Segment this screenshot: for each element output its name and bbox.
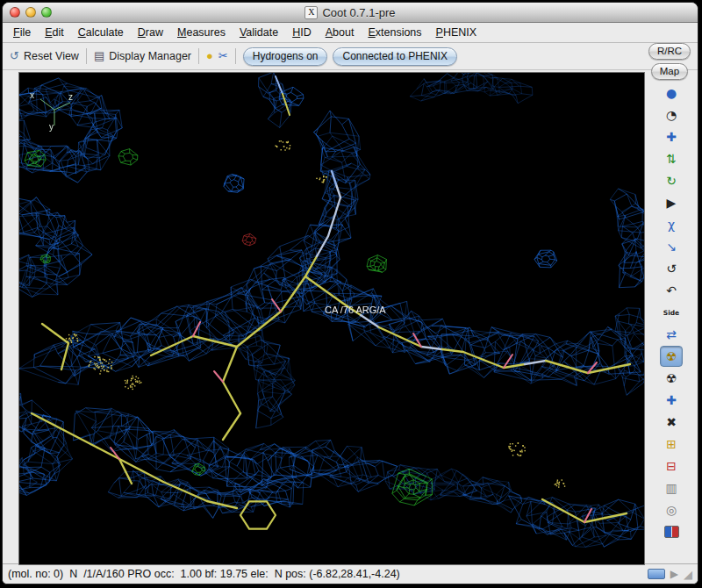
menu-bar: File Edit Calculate Draw Measures Valida… <box>3 23 698 43</box>
scroll-thumb[interactable] <box>648 569 665 579</box>
menu-validate[interactable]: Validate <box>233 25 285 40</box>
circle-icon-button[interactable]: ◎ <box>660 499 683 520</box>
torsion-icon-button[interactable]: χ <box>660 214 683 235</box>
window-title: Coot 0.7.1-pre <box>322 6 395 19</box>
toolbar-separator <box>198 48 199 64</box>
hydrogens-toggle-button[interactable]: Hydrogens on <box>243 47 328 66</box>
sphere-icon: ● <box>666 86 677 100</box>
radiation-dark-icon-button[interactable]: ☢ <box>660 368 683 389</box>
display-manager-icon: ▤ <box>94 49 104 63</box>
reset-view-button[interactable]: ↺ Reset View <box>10 49 79 63</box>
refresh-icon-button[interactable]: ↺ <box>660 258 683 279</box>
rotate-icon-button[interactable]: ↻ <box>660 170 683 191</box>
remove-box-icon-button[interactable]: ⊟ <box>660 455 683 477</box>
remove-box-icon: ⊟ <box>666 459 677 473</box>
status-bar: (mol. no: 0) N /1/A/160 PRO occ: 1.00 bf… <box>3 563 698 584</box>
menu-measures[interactable]: Measures <box>170 25 233 40</box>
menu-draw[interactable]: Draw <box>131 25 170 40</box>
flip-icon-button[interactable]: ⇄ <box>660 324 683 345</box>
rotate-icon: ↻ <box>666 174 677 188</box>
rrc-button[interactable]: R/RC <box>648 43 691 60</box>
display-manager-button[interactable]: ▤ Display Manager <box>94 49 191 63</box>
right-top-buttons: R/RC Map <box>648 43 691 80</box>
title-bar[interactable]: X Coot 0.7.1-pre <box>3 3 698 23</box>
refresh-icon: ↺ <box>666 262 677 276</box>
updown-arrows-icon-button[interactable]: ⇅ <box>660 148 683 169</box>
measure-icon: ✂ <box>218 49 228 63</box>
x11-app-icon: X <box>304 6 318 19</box>
toolbar-separator <box>86 48 87 64</box>
menu-extensions[interactable]: Extensions <box>361 25 428 40</box>
menu-edit[interactable]: Edit <box>38 25 71 40</box>
display-manager-label: Display Manager <box>109 50 191 62</box>
flip-icon: ⇄ <box>666 327 677 341</box>
mini-play-icon[interactable]: ▶ <box>670 569 678 579</box>
toolbar-separator <box>235 48 236 64</box>
minimize-button[interactable] <box>25 7 36 18</box>
menu-hid[interactable]: HID <box>285 25 319 40</box>
molecular-viewport[interactable]: x z y CA /76 ARG/A <box>18 72 645 565</box>
play-icon: ▶ <box>667 196 677 210</box>
menu-file[interactable]: File <box>6 25 38 40</box>
clock-icon: ◔ <box>666 108 677 122</box>
close-button[interactable] <box>10 7 20 18</box>
menu-about[interactable]: About <box>319 25 362 40</box>
zoom-button[interactable] <box>41 7 52 18</box>
move-icon: ✚ <box>666 130 677 144</box>
modelling-toolbar: ● ◔ ✚ ⇅ ↻ ▶ χ ↘ ↺ ↶ Side ⇄ ☢ ☢ ✚ ✖ ⊞ ⊟ ▥… <box>645 72 698 562</box>
play-icon-button[interactable]: ▶ <box>660 192 683 213</box>
reset-view-icon: ↺ <box>10 49 19 63</box>
trash-icon-button[interactable]: ▥ <box>660 477 683 498</box>
jump-arrow-icon: ↘ <box>666 240 677 254</box>
status-text: (mol. no: 0) N /1/A/160 PRO occ: 1.00 bf… <box>8 568 642 580</box>
add-box-icon-button[interactable]: ⊞ <box>660 434 683 455</box>
coot-window: X Coot 0.7.1-pre File Edit Calculate Dra… <box>2 2 698 584</box>
add-atom-icon-button[interactable]: ✚ <box>660 390 683 411</box>
menu-calculate[interactable]: Calculate <box>71 25 131 40</box>
undo-icon: ↶ <box>666 283 677 298</box>
add-atom-icon: ✚ <box>666 393 677 407</box>
measure-button[interactable]: ✂ <box>218 49 228 63</box>
move-icon-button[interactable]: ✚ <box>660 126 683 147</box>
phenix-connection-button[interactable]: Connected to PHENIX <box>333 47 456 66</box>
delete-icon: ✖ <box>666 415 677 429</box>
main-content: x z y CA /76 ARG/A ● ◔ ✚ ⇅ ↻ ▶ χ ↘ ↺ ↶ S… <box>3 70 698 563</box>
resize-grip[interactable]: ◢ <box>684 569 692 580</box>
circle-icon: ◎ <box>666 503 677 517</box>
undo-icon-button[interactable]: ↶ <box>660 280 683 301</box>
jump-arrow-icon-button[interactable]: ↘ <box>660 236 683 257</box>
flag-icon <box>664 526 679 538</box>
menu-phenix[interactable]: PHENIX <box>429 25 484 40</box>
molecular-viewport-canvas[interactable] <box>19 73 644 564</box>
updown-arrows-icon: ⇅ <box>666 152 677 166</box>
reset-view-label: Reset View <box>24 50 79 62</box>
main-toolbar: ↺ Reset View ▤ Display Manager ● ✂ Hydro… <box>3 43 698 70</box>
side-chain-icon: Side <box>663 309 679 317</box>
window-controls <box>10 7 52 18</box>
label-atom-icon: ● <box>206 49 213 63</box>
clock-icon-button[interactable]: ◔ <box>660 104 683 125</box>
label-atom-button[interactable]: ● <box>206 49 213 63</box>
map-button[interactable]: Map <box>651 63 688 80</box>
flag-icon-button[interactable] <box>660 521 683 542</box>
radiation-dark-icon: ☢ <box>666 371 677 385</box>
radiation-icon-button[interactable]: ☢ <box>660 346 683 367</box>
radiation-icon: ☢ <box>666 349 677 363</box>
torsion-icon: χ <box>668 218 675 232</box>
sphere-icon-button[interactable]: ● <box>660 82 683 104</box>
side-chain-icon-button[interactable]: Side <box>660 302 683 323</box>
trash-icon: ▥ <box>665 481 677 495</box>
add-box-icon: ⊞ <box>666 437 677 451</box>
delete-icon-button[interactable]: ✖ <box>660 412 683 433</box>
